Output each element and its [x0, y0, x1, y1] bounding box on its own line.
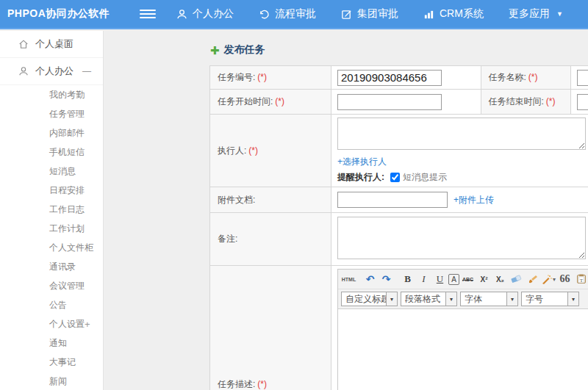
superscript-button[interactable]: X²: [476, 272, 492, 287]
sidebar-item-label: 个人桌面: [35, 37, 74, 51]
page-title: ✚ 发布任务: [210, 43, 588, 57]
attachment-upload-link[interactable]: +附件上传: [453, 194, 494, 206]
expand-plus-icon[interactable]: +: [85, 319, 90, 330]
sidebar-item-announcement[interactable]: 公告: [0, 295, 103, 314]
select-value: 字体: [461, 292, 506, 306]
edit-square-icon: [341, 9, 352, 20]
hamburger-menu-icon[interactable]: [140, 10, 156, 18]
paragraph-format-select[interactable]: 段落格式 ▾: [401, 292, 457, 306]
bold-button[interactable]: B: [400, 272, 415, 287]
choose-executor-link[interactable]: +选择执行人: [337, 156, 387, 167]
description-label: 任务描述:(*): [210, 266, 331, 390]
end-time-input[interactable]: [577, 94, 588, 110]
editor-toolbar-row1: HTML ↶ ↷ B I U A ABC X²: [338, 270, 588, 289]
sidebar-item-schedule[interactable]: 日程安排: [0, 181, 103, 200]
sidebar-item-desktop[interactable]: 个人桌面: [0, 31, 103, 58]
clock-arrow-icon: [259, 9, 270, 20]
sidebar-item-label: 手机短信: [49, 146, 85, 159]
sidebar-item-label: 新闻: [49, 375, 67, 388]
sidebar-item-notice[interactable]: 通知: [0, 333, 103, 353]
align-left-icon[interactable]: [585, 292, 588, 307]
executor-textarea[interactable]: [337, 118, 586, 150]
chevron-down-icon: ▾: [506, 292, 517, 306]
chevron-down-icon: ▾: [445, 292, 456, 306]
task-no-input[interactable]: [337, 70, 442, 86]
required-mark: (*): [257, 72, 267, 82]
sidebar-item-label: 工作计划: [49, 223, 85, 235]
start-time-label: 任务开始时间:(*): [210, 90, 331, 115]
format-brush-icon[interactable]: [525, 272, 540, 287]
nav-personal-office[interactable]: 个人办公: [176, 7, 234, 21]
remind-executor-label: 提醒执行人:: [337, 171, 384, 184]
nav-label: CRM系统: [440, 7, 484, 21]
remove-format-eraser-icon[interactable]: [509, 272, 524, 287]
chevron-down-icon: ▾: [567, 292, 578, 306]
font-size-select[interactable]: 字号 ▾: [521, 292, 579, 306]
brand-logo[interactable]: PHPOA协同办公软件: [0, 7, 116, 21]
task-name-label: 任务名称:(*): [481, 66, 570, 90]
collapse-minus-icon[interactable]: —: [82, 66, 91, 76]
chevron-down-icon: ▼: [556, 10, 563, 18]
sidebar-item-short-message[interactable]: 短消息: [0, 162, 103, 181]
source-code-button[interactable]: HTML: [341, 272, 356, 287]
select-value: 字号: [522, 292, 567, 306]
editor-content-area[interactable]: [338, 309, 588, 390]
select-value: 段落格式: [401, 292, 445, 306]
sidebar-item-internal-mail[interactable]: 内部邮件: [0, 123, 103, 142]
sidebar-item-label: 内部邮件: [49, 127, 85, 140]
paste-from-word-icon[interactable]: T: [573, 272, 588, 287]
sidebar-item-label: 通知: [49, 337, 67, 350]
chevron-down-icon: ▾: [386, 292, 397, 306]
sms-remind-checkbox[interactable]: [390, 173, 400, 182]
sidebar-item-label: 我的考勤: [49, 89, 85, 101]
sidebar-item-label: 短消息: [49, 165, 76, 178]
nav-group-approval[interactable]: 集团审批: [341, 7, 398, 21]
redo-button[interactable]: ↷: [379, 272, 394, 287]
italic-button[interactable]: I: [416, 272, 431, 287]
heading-select[interactable]: 自定义标题 ▾: [341, 292, 398, 306]
remark-textarea[interactable]: [337, 217, 586, 259]
underline-button[interactable]: U: [432, 272, 448, 287]
font-style-button[interactable]: A: [448, 274, 459, 285]
sidebar-item-news[interactable]: 新闻: [0, 372, 103, 390]
task-name-input[interactable]: [577, 70, 588, 86]
sidebar-item-attendance[interactable]: 我的考勤: [0, 85, 103, 104]
sidebar-item-label: 个人办公: [35, 65, 74, 78]
select-value: 自定义标题: [342, 292, 386, 306]
svg-text:T: T: [580, 278, 583, 283]
sidebar-item-mobile-sms[interactable]: 手机短信: [0, 142, 103, 162]
sidebar-item-personal-office[interactable]: 个人办公 —: [0, 58, 103, 85]
sidebar: 个人桌面 个人办公 — 我的考勤 任务管理 内部邮件 手机短信 短消息 日程安排…: [0, 31, 104, 390]
attachment-input[interactable]: [337, 192, 448, 208]
person-icon: [176, 9, 187, 20]
strikethrough-button[interactable]: ABC: [460, 272, 476, 287]
sidebar-item-work-log[interactable]: 工作日志: [0, 200, 103, 219]
auto-typeset-wand-icon[interactable]: ▾: [541, 272, 556, 287]
sidebar-item-work-plan[interactable]: 工作计划: [0, 219, 103, 238]
nav-more-apps[interactable]: 更多应用 ▼: [509, 7, 563, 21]
top-header: PHPOA协同办公软件 个人办公 流程审批 集团审批: [0, 0, 588, 29]
home-icon: [18, 39, 29, 49]
blockquote-button[interactable]: 66: [557, 272, 573, 287]
nav-workflow-approval[interactable]: 流程审批: [259, 7, 316, 21]
form-row-remark: 备注:: [210, 213, 588, 266]
required-mark: (*): [257, 379, 267, 389]
bar-chart-icon: [423, 9, 434, 20]
sidebar-item-memorabilia[interactable]: 大事记: [0, 353, 103, 372]
nav-label: 更多应用: [509, 7, 550, 21]
undo-button[interactable]: ↶: [362, 272, 378, 287]
sidebar-item-task-management[interactable]: 任务管理: [0, 104, 103, 123]
sidebar-item-file-cabinet[interactable]: 个人文件柜: [0, 238, 103, 257]
start-time-input[interactable]: [337, 94, 442, 110]
nav-crm-system[interactable]: CRM系统: [423, 7, 484, 21]
required-mark: (*): [275, 96, 284, 106]
sidebar-item-label: 工作日志: [49, 203, 85, 216]
font-family-select[interactable]: 字体 ▾: [460, 292, 518, 306]
subscript-button[interactable]: X₂: [492, 272, 508, 287]
sidebar-item-personal-settings[interactable]: 个人设置 +: [0, 314, 103, 333]
green-plus-icon: ✚: [210, 45, 220, 56]
sidebar-item-meeting-management[interactable]: 会议管理: [0, 276, 103, 295]
nav-label: 流程审批: [275, 7, 316, 21]
sidebar-item-contacts[interactable]: 通讯录: [0, 257, 103, 276]
sidebar-item-label: 通讯录: [49, 261, 76, 273]
